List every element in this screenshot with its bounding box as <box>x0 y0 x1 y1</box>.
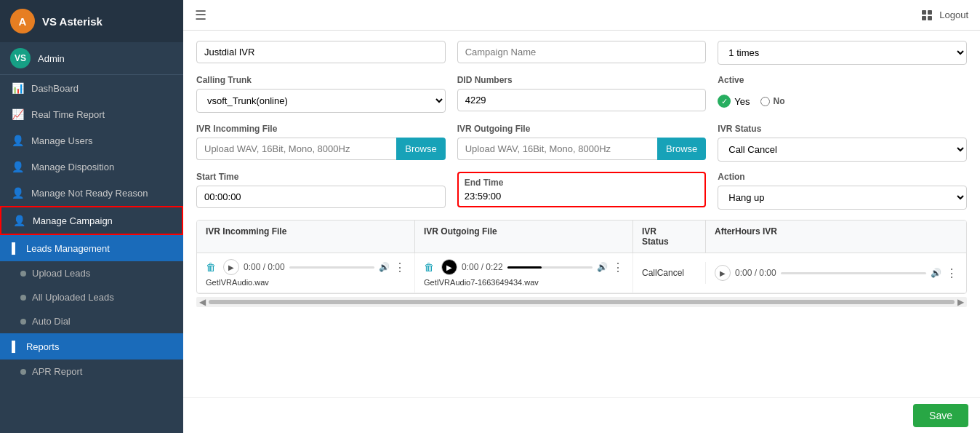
sidebar-item-manage-disposition[interactable]: 👤 Manage Disposition <box>0 154 183 180</box>
td-afterhours: ▶ 0:00 / 0:00 🔊 ⋮ <box>706 259 966 287</box>
horizontal-scrollbar[interactable]: ◀ ▶ <box>196 297 967 307</box>
no-label: No <box>774 96 785 106</box>
sidebar-item-apr-report[interactable]: APR Report <box>0 359 183 384</box>
audio-progress-1 <box>289 266 374 269</box>
scrollbar-thumb[interactable] <box>209 300 955 304</box>
ivr-outgoing-input[interactable] <box>457 138 657 160</box>
end-time-label: End Time <box>465 178 699 188</box>
ivr-outgoing-group: IVR Outgoing File Browse <box>457 124 707 160</box>
trash-icon-2[interactable]: 🗑 <box>424 261 434 273</box>
audio2-time: 0:00 / 0:22 <box>462 262 503 272</box>
app-title: VS Asterisk <box>42 15 103 28</box>
more-options-3[interactable]: ⋮ <box>946 266 957 280</box>
th-ivr-outgoing: IVR Outgoing File <box>415 221 633 253</box>
grid-dot <box>922 16 926 20</box>
grid-dot <box>922 10 926 15</box>
yes-option[interactable]: ✓ Yes <box>718 95 750 108</box>
sidebar-sub-label: APR Report <box>32 366 82 377</box>
sidebar-item-dashboard[interactable]: 📊 DashBoard <box>0 75 183 101</box>
leads-icon: ▌ <box>12 242 19 254</box>
campaign-name-input[interactable] <box>457 41 707 63</box>
th-ivr-status: IVRStatus <box>633 221 706 253</box>
sidebar-item-upload-leads[interactable]: Upload Leads <box>0 261 183 285</box>
menu-toggle[interactable]: ☰ <box>195 7 206 23</box>
action-select[interactable]: Hang up <box>718 186 967 210</box>
sidebar-item-label: Manage Disposition <box>31 162 114 172</box>
sidebar-sub-label: Auto Dial <box>32 316 71 327</box>
table-header: IVR Incomming File IVR Outgoing File IVR… <box>197 221 966 253</box>
sidebar-item-all-uploaded-leads[interactable]: All Uploaded Leads <box>0 285 183 309</box>
user-label: Admin <box>38 53 65 64</box>
sidebar-item-label: Reports <box>26 341 60 352</box>
audio-player-2: 🗑 ▶ 0:00 / 0:22 🔊 ⋮ <box>424 259 624 275</box>
form-row-3: IVR Incomming File Browse IVR Outgoing F… <box>196 124 967 162</box>
ivr-status-select[interactable]: Call Cancel <box>718 138 967 162</box>
audio-player-1: 🗑 ▶ 0:00 / 0:00 🔊 ⋮ <box>206 259 406 275</box>
browse-button-1[interactable]: Browse <box>396 138 445 160</box>
browse-button-2[interactable]: Browse <box>657 138 706 160</box>
sidebar-item-auto-dial[interactable]: Auto Dial <box>0 309 183 333</box>
justdial-ivr-input[interactable] <box>196 41 446 63</box>
did-numbers-input[interactable] <box>457 89 707 111</box>
ivr-table: IVR Incomming File IVR Outgoing File IVR… <box>196 220 967 294</box>
ivr-incoming-input[interactable] <box>196 138 396 160</box>
not-ready-icon: 👤 <box>12 187 24 199</box>
th-afterhours: AfterHours IVR <box>706 221 966 253</box>
sidebar-item-label: DashBoard <box>31 83 79 94</box>
more-options-1[interactable]: ⋮ <box>394 261 406 274</box>
user-row: VS Admin <box>0 42 183 75</box>
users-icon: 👤 <box>12 135 24 146</box>
ivr-incoming-input-wrapper: Browse <box>196 138 446 160</box>
logout-button[interactable]: Logout <box>939 9 968 20</box>
sidebar-item-realtime[interactable]: 📈 Real Time Report <box>0 101 183 127</box>
sidebar-item-manage-users[interactable]: 👤 Manage Users <box>0 127 183 154</box>
td-ivr-status: CallCancel <box>633 262 706 284</box>
sidebar-item-label: Real Time Report <box>31 109 105 120</box>
dot-icon <box>20 369 26 375</box>
scroll-right-arrow[interactable]: ▶ <box>955 297 967 307</box>
grid-dot <box>928 10 932 15</box>
audio-player-3: ▶ 0:00 / 0:00 🔊 ⋮ <box>715 265 957 281</box>
play-button-2[interactable]: ▶ <box>441 259 457 275</box>
scroll-left-arrow[interactable]: ◀ <box>196 297 209 307</box>
volume-icon-1: 🔊 <box>379 262 390 272</box>
save-button[interactable]: Save <box>913 404 968 427</box>
dot-icon <box>20 271 26 277</box>
calling-trunk-select[interactable]: vsoft_Trunk(online) <box>196 89 446 113</box>
times-group: 1 times <box>718 41 967 65</box>
play-button-3[interactable]: ▶ <box>715 265 731 281</box>
audio2-filename: GetIVRAudio7-1663649434.wav <box>424 278 624 287</box>
active-radio-group: ✓ Yes No <box>718 89 967 114</box>
dot-icon <box>20 295 26 301</box>
sidebar-item-manage-campaign[interactable]: 👤 Manage Campaign <box>0 206 183 235</box>
sidebar-item-reports[interactable]: ▌ Reports <box>0 333 183 359</box>
play-button-1[interactable]: ▶ <box>223 259 239 275</box>
ivr-status-label: IVR Status <box>718 124 967 134</box>
th-ivr-incoming: IVR Incomming File <box>197 221 415 253</box>
dashboard-icon: 📊 <box>12 82 24 94</box>
audio1-time: 0:00 / 0:00 <box>244 262 285 272</box>
campaign-icon: 👤 <box>13 215 25 226</box>
action-group: Action Hang up <box>718 172 967 210</box>
audio3-time: 0:00 / 0:00 <box>735 268 776 278</box>
times-select[interactable]: 1 times <box>718 41 967 65</box>
start-time-label: Start Time <box>196 172 446 182</box>
more-options-2[interactable]: ⋮ <box>612 261 624 274</box>
trash-icon-1[interactable]: 🗑 <box>206 261 216 273</box>
table-row: 🗑 ▶ 0:00 / 0:00 🔊 ⋮ GetIVRAudio.wav <box>197 253 966 293</box>
sidebar-item-leads-management[interactable]: ▌ Leads Management <box>0 235 183 261</box>
audio1-filename: GetIVRAudio.wav <box>206 278 406 287</box>
end-time-input[interactable] <box>465 191 699 202</box>
form-row-2: Calling Trunk vsoft_Trunk(online) DID Nu… <box>196 75 967 114</box>
audio-fill-2 <box>507 266 542 269</box>
no-option[interactable]: No <box>760 96 785 106</box>
dot-icon <box>20 319 26 325</box>
realtime-icon: 📈 <box>12 108 24 120</box>
no-radio[interactable] <box>760 97 770 106</box>
start-time-input[interactable] <box>196 186 446 208</box>
sidebar-item-manage-not-ready[interactable]: 👤 Manage Not Ready Reason <box>0 180 183 206</box>
end-time-group: End Time <box>457 172 707 207</box>
td-ivr-outgoing: 🗑 ▶ 0:00 / 0:22 🔊 ⋮ GetIVRAudio7-1663649… <box>415 253 633 293</box>
sidebar: A VS Asterisk VS Admin 📊 DashBoard 📈 Rea… <box>0 0 183 433</box>
form-row-4: Start Time End Time Action Hang up <box>196 172 967 210</box>
